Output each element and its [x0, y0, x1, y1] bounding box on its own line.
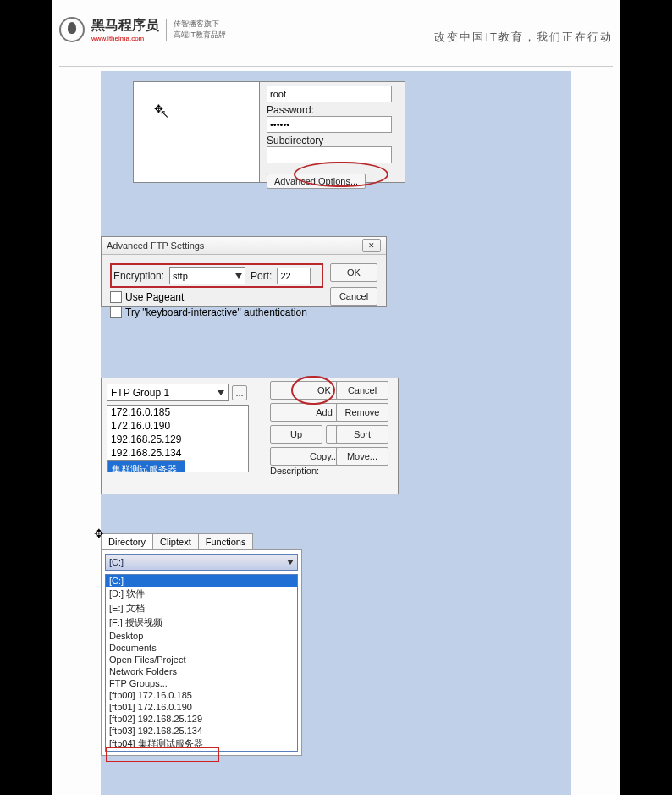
group-select[interactable]: FTP Group 1 — [107, 384, 229, 401]
list-item[interactable]: [F:] 授课视频 — [106, 616, 297, 630]
chevron-down-icon — [287, 560, 294, 565]
pageant-label: Use Pageant — [125, 291, 184, 303]
password-label: Password: — [267, 104, 398, 116]
brand-name: 黑马程序员 — [91, 17, 159, 35]
chevron-down-icon — [218, 390, 224, 395]
list-item[interactable]: [ftp01] 172.16.0.190 — [106, 701, 297, 713]
list-item[interactable]: 172.16.0.190 — [107, 419, 248, 433]
browse-button[interactable]: ... — [232, 385, 247, 400]
chevron-down-icon — [235, 273, 242, 279]
list-item[interactable]: [D:] 软件 — [106, 587, 297, 601]
ftp-settings-panel: ✥↖ Password: Subdirectory Advanced Optio… — [133, 81, 405, 183]
list-item[interactable]: [ftp00] 172.16.0.185 — [106, 689, 297, 701]
list-item[interactable]: Network Folders — [106, 665, 297, 677]
up-button[interactable]: Up — [270, 425, 322, 444]
tab-functions[interactable]: Functions — [198, 533, 254, 549]
dialog-title: Advanced FTP Settings — [107, 240, 204, 251]
remove-button[interactable]: Remove — [336, 403, 388, 422]
username-input[interactable] — [267, 86, 392, 102]
sort-button[interactable]: Sort — [336, 425, 388, 444]
list-item[interactable]: 集群测试服务器 — [107, 460, 185, 472]
encryption-label: Encryption: — [113, 270, 164, 282]
move-cursor-icon: ✥ — [94, 527, 104, 540]
tab-cliptext[interactable]: Cliptext — [152, 533, 199, 549]
drive-select[interactable]: [C:] — [105, 554, 298, 571]
subdir-input[interactable] — [267, 146, 392, 163]
list-item[interactable]: [C:] — [106, 575, 297, 587]
list-item[interactable]: FTP Groups... — [106, 677, 297, 689]
list-item[interactable]: 192.168.25.129 — [107, 433, 248, 446]
pageant-checkbox[interactable] — [110, 291, 122, 303]
cancel-button[interactable]: Cancel — [330, 287, 377, 306]
list-item[interactable]: 172.16.0.185 — [107, 406, 248, 419]
password-input[interactable] — [267, 116, 392, 133]
description-label: Description: — [270, 466, 319, 476]
brand-slogan: 传智播客旗下 高端IT教育品牌 — [166, 19, 226, 40]
list-item[interactable]: [ftp04] 集群测试服务器 — [106, 737, 297, 751]
list-item[interactable]: Documents — [106, 642, 297, 654]
keyboard-checkbox[interactable] — [110, 306, 122, 318]
close-icon[interactable]: ✕ — [362, 239, 381, 252]
header-tagline: 改变中国IT教育，我们正在行动 — [434, 30, 613, 45]
port-input[interactable] — [277, 268, 311, 284]
list-item[interactable]: Open Files/Project — [106, 654, 297, 665]
server-listbox[interactable]: 172.16.0.185 172.16.0.190 192.168.25.129… — [107, 405, 249, 472]
directory-panel: ✥ Directory Cliptext Functions [C:] [C:]… — [101, 533, 302, 756]
advanced-ftp-dialog: Advanced FTP Settings ✕ Encryption: sftp… — [101, 236, 387, 307]
list-item[interactable]: [ftp03] 192.168.25.134 — [106, 725, 297, 737]
ok-button[interactable]: OK — [330, 263, 377, 282]
list-item[interactable]: Desktop — [106, 630, 297, 642]
encryption-select[interactable]: sftp — [169, 267, 245, 284]
cancel-button[interactable]: Cancel — [336, 381, 388, 400]
tab-directory[interactable]: Directory — [101, 533, 153, 549]
advanced-options-button[interactable]: Advanced Options... — [267, 174, 366, 189]
horse-icon — [59, 17, 85, 42]
subdir-label: Subdirectory — [267, 135, 398, 146]
drive-dropdown-list[interactable]: [C:] [D:] 软件 [E:] 文档 [F:] 授课视频 Desktop D… — [105, 574, 298, 752]
brand-logo: 黑马程序员 www.itheima.com 传智播客旗下 高端IT教育品牌 — [59, 17, 226, 42]
list-item[interactable]: [E:] 文档 — [106, 601, 297, 616]
list-item[interactable]: [ftp02] 192.168.25.129 — [106, 713, 297, 725]
brand-url: www.itheima.com — [91, 35, 159, 42]
keyboard-label: Try "keyboard-interactive" authenticatio… — [125, 306, 307, 318]
port-label: Port: — [251, 270, 272, 282]
list-item[interactable]: 192.168.25.134 — [107, 446, 248, 460]
move-button[interactable]: Move... — [336, 447, 388, 466]
move-cursor-icon: ✥↖ — [154, 102, 173, 115]
